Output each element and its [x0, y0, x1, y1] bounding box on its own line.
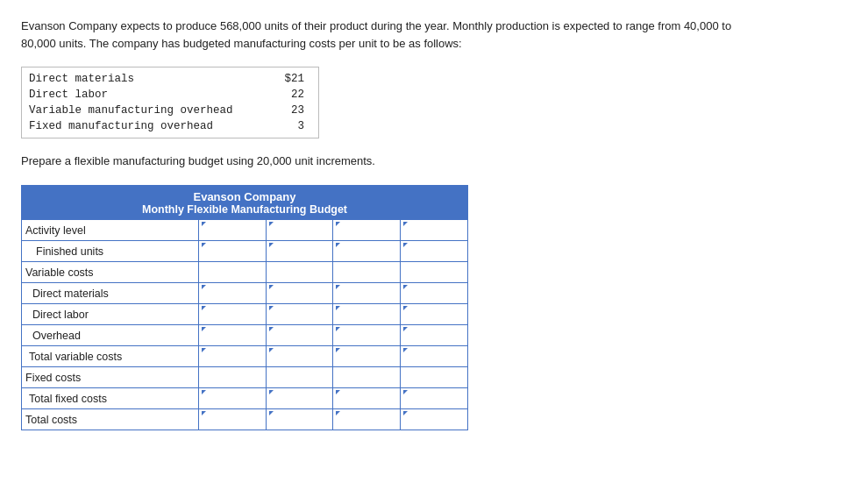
corner-marker [403, 348, 408, 352]
budget-input[interactable] [333, 304, 400, 324]
budget-input-cell[interactable] [198, 388, 266, 409]
cost-label: Variable manufacturing overhead [22, 103, 272, 118]
budget-input[interactable] [199, 346, 266, 366]
budget-input-cell[interactable] [198, 409, 266, 430]
budget-input-cell[interactable] [401, 304, 468, 325]
budget-input[interactable] [199, 409, 266, 430]
corner-marker [202, 306, 206, 310]
budget-row-label: Fixed costs [22, 367, 199, 388]
corner-marker [403, 222, 408, 226]
intro-paragraph: Evanson Company expects to produce 568,0… [21, 18, 740, 53]
budget-input[interactable] [267, 325, 333, 345]
budget-input[interactable] [199, 220, 266, 240]
budget-input-cell[interactable] [198, 241, 266, 262]
budget-input[interactable] [333, 283, 400, 303]
budget-input[interactable] [267, 283, 333, 303]
budget-input[interactable] [333, 241, 400, 261]
budget-input-cell[interactable] [198, 304, 266, 325]
budget-input[interactable] [333, 325, 400, 345]
budget-input[interactable] [333, 388, 400, 408]
budget-input[interactable] [401, 241, 467, 261]
budget-input[interactable] [267, 220, 333, 240]
budget-input[interactable] [401, 283, 467, 303]
corner-marker [336, 411, 340, 415]
budget-wrapper: Evanson Company Monthly Flexible Manufac… [21, 185, 468, 430]
budget-input[interactable] [199, 388, 266, 408]
budget-input-cell[interactable] [333, 283, 401, 304]
budget-input[interactable] [401, 346, 467, 366]
corner-marker [336, 348, 340, 352]
cost-label: Fixed manufacturing overhead [22, 118, 272, 138]
budget-row: Fixed costs [22, 367, 468, 388]
budget-row: Total costs [22, 409, 468, 430]
budget-input[interactable] [401, 388, 467, 408]
budget-row-label: Activity level [22, 220, 199, 241]
budget-input[interactable] [267, 388, 333, 408]
budget-input[interactable] [199, 241, 266, 261]
budget-input[interactable] [267, 304, 333, 324]
corner-marker [202, 243, 206, 247]
budget-subtitle: Monthly Flexible Manufacturing Budget [22, 203, 467, 216]
budget-input-cell[interactable] [333, 304, 401, 325]
budget-input-cell[interactable] [401, 283, 468, 304]
corner-marker [336, 390, 340, 394]
budget-table: Activity levelFinished unitsVariable cos… [21, 219, 468, 430]
corner-marker [403, 306, 408, 310]
budget-input-cell[interactable] [198, 220, 266, 241]
budget-input-cell[interactable] [333, 388, 401, 409]
budget-input-cell[interactable] [198, 325, 266, 346]
budget-input-cell[interactable] [266, 409, 333, 430]
corner-marker [403, 411, 408, 415]
budget-row-label: Total fixed costs [22, 388, 199, 409]
budget-input-cell[interactable] [198, 283, 266, 304]
budget-input-cell[interactable] [401, 220, 468, 241]
budget-input[interactable] [333, 409, 400, 430]
budget-input-cell[interactable] [401, 388, 468, 409]
budget-row-label: Total variable costs [22, 346, 199, 367]
budget-input[interactable] [333, 220, 400, 240]
budget-input[interactable] [401, 409, 467, 430]
cost-value: 22 [272, 87, 318, 103]
budget-input-cell[interactable] [266, 283, 333, 304]
budget-input-cell[interactable] [333, 409, 401, 430]
budget-input-cell[interactable] [198, 346, 266, 367]
budget-input-cell[interactable] [266, 220, 333, 241]
budget-row: Direct materials [22, 283, 468, 304]
budget-empty-cell [401, 262, 468, 283]
budget-row: Variable costs [22, 262, 468, 283]
cost-label: Direct materials [22, 67, 272, 87]
budget-input[interactable] [333, 346, 400, 366]
budget-input-cell[interactable] [401, 409, 468, 430]
budget-input-cell[interactable] [401, 325, 468, 346]
budget-input-cell[interactable] [401, 346, 468, 367]
budget-input-cell[interactable] [333, 241, 401, 262]
budget-input-cell[interactable] [266, 241, 333, 262]
budget-input[interactable] [199, 283, 266, 303]
budget-input-cell[interactable] [266, 388, 333, 409]
budget-input[interactable] [199, 304, 266, 324]
budget-input-cell[interactable] [333, 346, 401, 367]
budget-row: Finished units [22, 241, 468, 262]
budget-empty-cell [333, 262, 401, 283]
corner-marker [202, 327, 206, 331]
budget-input[interactable] [401, 325, 467, 345]
budget-row-label: Direct labor [22, 304, 199, 325]
corner-marker [269, 411, 274, 415]
budget-input[interactable] [401, 304, 467, 324]
budget-input-cell[interactable] [401, 241, 468, 262]
budget-input-cell[interactable] [266, 346, 333, 367]
budget-input-cell[interactable] [333, 325, 401, 346]
budget-input[interactable] [267, 241, 333, 261]
budget-row-label: Overhead [22, 325, 199, 346]
budget-input-cell[interactable] [333, 220, 401, 241]
budget-input-cell[interactable] [266, 325, 333, 346]
budget-row-label: Variable costs [22, 262, 199, 283]
corner-marker [269, 222, 274, 226]
budget-row: Total fixed costs [22, 388, 468, 409]
budget-input[interactable] [267, 409, 333, 430]
budget-input[interactable] [199, 325, 266, 345]
budget-input-cell[interactable] [266, 304, 333, 325]
cost-label: Direct labor [22, 87, 272, 103]
budget-input[interactable] [267, 346, 333, 366]
budget-input[interactable] [401, 220, 467, 240]
